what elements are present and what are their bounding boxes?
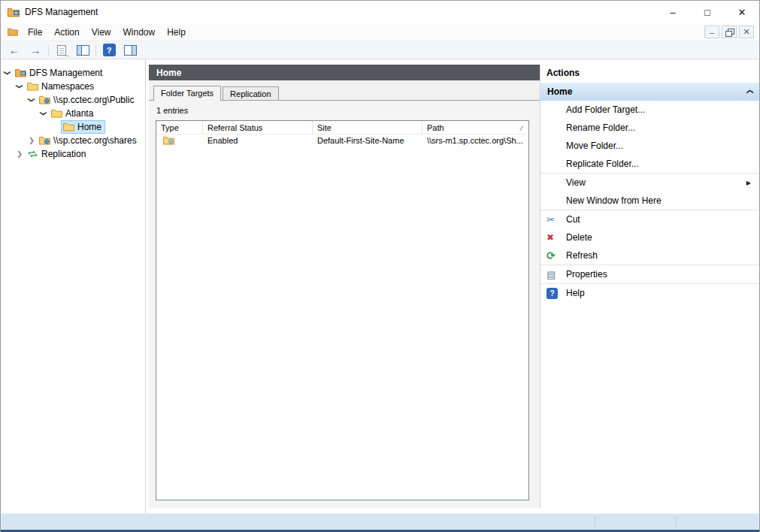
menu-action[interactable]: Action — [48, 23, 85, 41]
folder-targets-list: Type Referral Status Site Path∕ Enabled … — [156, 120, 529, 500]
forward-arrow-icon: → — [30, 44, 41, 56]
cell-path: \\srs-m1.sp.cctec.org\Sh... — [422, 135, 528, 147]
actions-group: ▤Properties — [540, 264, 759, 283]
chevron-up-icon[interactable]: ❯ — [746, 89, 753, 95]
properties-icon: ▤ — [547, 269, 556, 280]
tree-item-replication[interactable]: Replication — [1, 147, 145, 161]
show-hide-action-pane-button[interactable] — [122, 43, 138, 58]
chevron-right-icon[interactable] — [14, 150, 25, 158]
back-button[interactable]: ← — [6, 43, 23, 58]
tree-item-namespaces[interactable]: Namespaces — [1, 80, 145, 93]
help-button[interactable]: ? — [101, 43, 117, 58]
chevron-down-icon[interactable] — [26, 96, 37, 104]
main-content: DFS Management Namespaces \\sp.cctec.org… — [1, 59, 759, 513]
status-bar-divider — [676, 516, 677, 527]
tree-item-label: \\sp.cctec.org\Public — [53, 95, 134, 105]
column-header-referral-status[interactable]: Referral Status — [203, 121, 313, 134]
chevron-right-icon[interactable] — [26, 137, 37, 144]
menu-bar: File Action View Window Help – ✕ — [1, 23, 759, 41]
folder-icon — [63, 122, 74, 131]
actions-group: ?Help — [540, 283, 759, 302]
tab-replication[interactable]: Replication — [223, 86, 278, 100]
action-pane-icon — [124, 45, 137, 56]
cell-site: Default-First-Site-Name — [313, 135, 422, 147]
action-new-window-from-here[interactable]: New Window from Here — [540, 192, 759, 210]
menu-file[interactable]: File — [22, 23, 48, 41]
replication-icon — [27, 150, 38, 159]
chevron-down-icon[interactable] — [38, 110, 49, 117]
console-window-icon — [8, 28, 18, 36]
cut-icon: ✂ — [547, 214, 555, 225]
toolbar-separator — [95, 44, 96, 56]
child-restore-button[interactable] — [722, 26, 737, 38]
actions-group: Add Folder Target... Rename Folder... Mo… — [540, 101, 759, 173]
export-list-button[interactable] — [53, 43, 70, 58]
console-tree-pane-icon — [77, 45, 89, 56]
tree-item-namespace-shares[interactable]: \\sp.cctec.org\shares — [1, 134, 145, 147]
list-header-row: Type Referral Status Site Path∕ — [156, 121, 528, 135]
action-rename-folder[interactable]: Rename Folder... — [540, 119, 759, 137]
entries-count: 1 entries — [156, 106, 529, 115]
namespaces-folder-icon — [27, 82, 38, 91]
chevron-down-icon[interactable] — [14, 83, 25, 90]
submenu-arrow-icon: ▶ — [746, 180, 753, 186]
tree-item-home[interactable]: Home — [1, 120, 145, 134]
show-hide-console-tree-button[interactable] — [74, 43, 91, 58]
chevron-down-icon[interactable] — [2, 69, 13, 77]
actions-section-home[interactable]: Home ❯ — [540, 83, 759, 101]
list-empty-area — [156, 147, 528, 500]
child-close-button[interactable]: ✕ — [739, 26, 754, 38]
column-header-type[interactable]: Type — [156, 121, 203, 134]
column-header-path[interactable]: Path∕ — [422, 121, 528, 134]
sort-ascending-icon: ∕ — [521, 124, 522, 132]
action-delete[interactable]: ✖Delete — [540, 228, 759, 246]
cell-referral-status: Enabled — [203, 135, 313, 147]
back-arrow-icon: ← — [9, 44, 20, 56]
action-help[interactable]: ?Help — [540, 284, 759, 302]
namespace-icon — [39, 136, 50, 145]
tree-item-atlanta[interactable]: Atlanta — [1, 107, 145, 120]
dfs-management-icon — [15, 68, 26, 77]
actions-group: ✂Cut ✖Delete ⟳Refresh — [540, 210, 759, 264]
actions-group: View▶ New Window from Here — [540, 173, 759, 210]
maximize-button[interactable]: □ — [690, 1, 725, 23]
tab-folder-targets[interactable]: Folder Targets — [153, 86, 221, 101]
action-properties[interactable]: ▤Properties — [540, 265, 759, 283]
table-row[interactable]: Enabled Default-First-Site-Name \\srs-m1… — [156, 135, 528, 147]
action-cut[interactable]: ✂Cut — [540, 210, 759, 228]
tree-item-label: Atlanta — [65, 108, 93, 119]
details-header: Home — [149, 65, 540, 80]
child-minimize-button[interactable]: – — [704, 26, 719, 38]
action-replicate-folder[interactable]: Replicate Folder... — [540, 155, 759, 173]
export-list-icon — [57, 45, 66, 56]
folder-targets-tab-page: 1 entries Type Referral Status Site Path… — [149, 100, 540, 508]
minimize-button[interactable]: – — [656, 1, 690, 23]
restore-icon — [725, 29, 733, 35]
window-title: DFS Management — [25, 7, 98, 17]
action-refresh[interactable]: ⟳Refresh — [540, 246, 759, 264]
tree-item-label: \\sp.cctec.org\shares — [53, 135, 137, 146]
dfs-management-app-icon — [8, 8, 20, 17]
menu-view[interactable]: View — [86, 23, 117, 41]
tree-item-label: Replication — [41, 149, 86, 159]
toolbar-separator — [48, 44, 49, 56]
action-view[interactable]: View▶ — [540, 174, 759, 192]
actions-title: Actions — [540, 65, 759, 83]
forward-button[interactable]: → — [27, 43, 44, 58]
console-tree-panel: DFS Management Namespaces \\sp.cctec.org… — [1, 59, 146, 513]
status-bar — [1, 513, 759, 530]
folder-target-icon — [163, 136, 174, 145]
action-add-folder-target[interactable]: Add Folder Target... — [540, 101, 759, 119]
column-header-site[interactable]: Site — [313, 121, 422, 134]
action-move-folder[interactable]: Move Folder... — [540, 137, 759, 155]
title-bar: DFS Management – □ ✕ — [1, 1, 759, 23]
tree-item-label: Namespaces — [41, 81, 94, 92]
menu-help[interactable]: Help — [161, 23, 192, 41]
help-icon: ? — [103, 44, 116, 56]
refresh-icon: ⟳ — [547, 249, 556, 261]
tree-item-namespace-public[interactable]: \\sp.cctec.org\Public — [1, 93, 145, 107]
details-panel: Home Folder Targets Replication 1 entrie… — [149, 65, 540, 508]
close-button[interactable]: ✕ — [725, 1, 759, 23]
menu-window[interactable]: Window — [117, 23, 162, 41]
tree-item-dfs-management[interactable]: DFS Management — [1, 66, 145, 80]
